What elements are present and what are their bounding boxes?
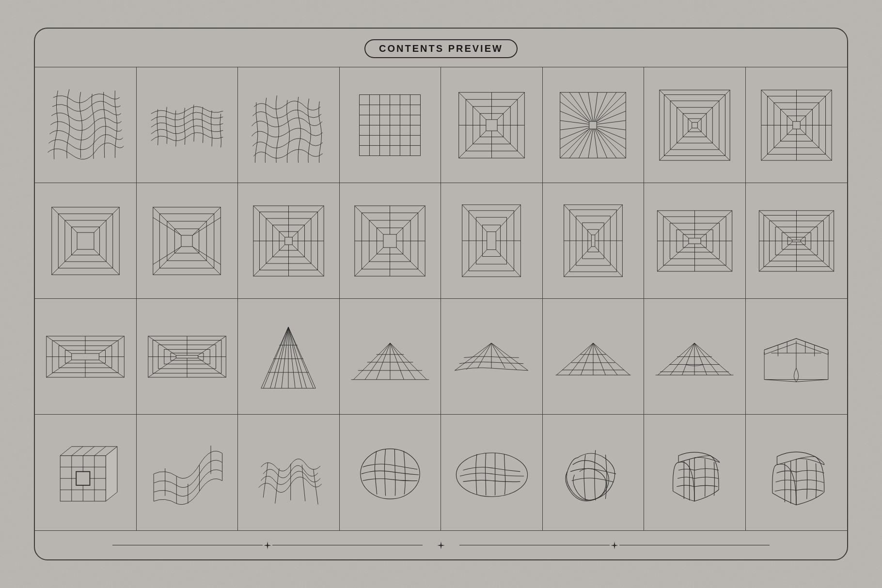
footer-line-mid-left (272, 545, 423, 546)
svg-line-18 (458, 131, 486, 158)
svg-line-207 (261, 327, 288, 388)
svg-line-226 (390, 343, 404, 380)
svg-line-172 (759, 210, 792, 240)
main-container: CONTENTS PREVIEW (34, 28, 848, 560)
svg-line-73 (761, 129, 793, 160)
grid-cell-4-3 (238, 415, 340, 530)
svg-line-71 (761, 90, 793, 121)
grid-row-2 (35, 183, 847, 299)
svg-line-255 (694, 343, 707, 375)
svg-line-216 (264, 327, 289, 388)
svg-line-35 (560, 129, 589, 149)
svg-line-218 (282, 327, 288, 388)
svg-line-109 (253, 245, 285, 276)
svg-rect-25 (589, 121, 597, 129)
footer-left-group (112, 541, 423, 550)
svg-line-87 (94, 249, 119, 274)
svg-line-41 (597, 129, 626, 149)
svg-line-47 (596, 92, 617, 121)
svg-line-49 (579, 129, 592, 158)
svg-rect-198 (176, 355, 198, 358)
svg-line-44 (588, 92, 593, 121)
svg-rect-288 (76, 471, 90, 485)
svg-line-201 (148, 358, 176, 377)
footer-center-group (436, 541, 446, 550)
svg-line-110 (292, 245, 324, 276)
svg-line-202 (198, 358, 226, 377)
svg-line-219 (288, 327, 295, 388)
svg-line-275 (796, 379, 828, 382)
svg-line-175 (801, 242, 834, 271)
grid-cell-3-8 (746, 299, 848, 414)
svg-line-50 (588, 129, 593, 158)
svg-line-158 (701, 210, 732, 238)
svg-line-257 (694, 343, 731, 375)
svg-line-210 (288, 327, 302, 388)
svg-rect-171 (792, 240, 801, 242)
grid-cell-4-5 (441, 415, 543, 530)
star-icon-left (263, 541, 272, 550)
footer-line-right (619, 545, 770, 546)
grid-cell-1-8 (746, 67, 848, 183)
grid-cell-2-8 (746, 183, 848, 298)
svg-line-253 (682, 343, 695, 375)
svg-rect-132 (487, 232, 496, 249)
svg-line-251 (658, 343, 695, 375)
svg-line-252 (670, 343, 694, 375)
grid-row-4 (35, 415, 847, 530)
grid-cell-4-7 (644, 415, 746, 530)
grid-cell-1-2 (137, 67, 238, 183)
svg-line-159 (657, 244, 689, 271)
svg-line-173 (801, 210, 834, 240)
svg-line-134 (496, 205, 521, 232)
svg-line-42 (569, 92, 591, 121)
svg-line-72 (800, 90, 832, 121)
footer-line-mid-right (459, 545, 610, 546)
grid-cell-3-7 (644, 299, 746, 414)
grid-container (35, 67, 847, 530)
svg-line-233 (455, 343, 492, 371)
svg-line-223 (365, 343, 390, 380)
svg-rect-119 (383, 234, 396, 247)
svg-line-45 (594, 92, 598, 121)
title-badge: CONTENTS PREVIEW (364, 39, 518, 58)
header: CONTENTS PREVIEW (35, 29, 847, 67)
svg-line-135 (462, 250, 487, 277)
svg-line-256 (694, 343, 719, 375)
grid-cell-2-6 (543, 183, 645, 298)
svg-rect-60 (692, 122, 697, 128)
svg-line-234 (466, 343, 491, 370)
footer-bar (35, 530, 847, 559)
svg-line-211 (288, 327, 315, 388)
grid-cell-2-2 (137, 183, 238, 298)
svg-line-174 (759, 242, 792, 271)
grid-cell-4-1 (35, 415, 137, 530)
footer-right-group (459, 541, 770, 550)
grid-cell-4-6 (543, 415, 645, 530)
grid-cell-1-4 (340, 67, 441, 183)
svg-rect-106 (285, 237, 293, 245)
svg-line-147 (564, 247, 591, 277)
svg-line-107 (253, 205, 285, 237)
svg-line-86 (52, 249, 77, 274)
grid-cell-3-5 (441, 299, 543, 414)
star-icon-right (610, 541, 619, 550)
svg-line-239 (491, 343, 528, 371)
grid-cell-2-7 (644, 183, 746, 298)
svg-rect-83 (77, 232, 94, 249)
svg-rect-70 (793, 121, 801, 129)
svg-rect-92 (181, 235, 192, 246)
grid-cell-1-1 (35, 67, 137, 183)
svg-rect-15 (486, 119, 497, 130)
grid-cell-4-2 (137, 415, 238, 530)
grid-cell-4-8 (746, 415, 848, 530)
svg-line-53 (596, 129, 617, 158)
grid-cell-3-2 (137, 299, 238, 414)
grid-cell-2-4 (340, 183, 441, 298)
grid-cell-3-6 (543, 299, 645, 414)
svg-line-227 (390, 343, 415, 380)
grid-cell-1-5 (441, 67, 543, 183)
svg-line-222 (353, 343, 390, 380)
svg-line-199 (148, 336, 176, 356)
svg-line-217 (270, 327, 289, 388)
